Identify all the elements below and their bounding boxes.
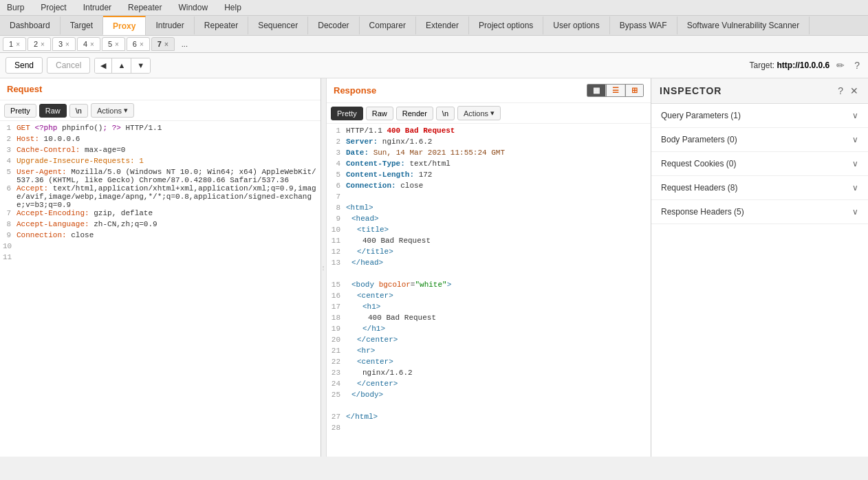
code-line: 24</center> [327,380,651,391]
tab-comparer[interactable]: Comparer [360,17,416,34]
req-cookies-header[interactable]: Request Cookies (0) ∨ [651,152,868,175]
close-tab-7[interactable]: × [164,41,169,48]
tab-user-options[interactable]: User options [543,17,609,34]
req-cookies-chevron-icon: ∨ [852,159,858,168]
req-headers-chevron-icon: ∨ [852,183,858,193]
inspector-close-icon[interactable]: ✕ [849,84,860,98]
request-content[interactable]: 1GET <?php phpinfo(); ?> HTTP/1.1 2Host:… [0,121,321,457]
menu-repeater[interactable]: Repeater [124,1,166,14]
tab-proxy[interactable]: Proxy [103,16,146,35]
target-url: http://10.0.0.6 [777,61,830,70]
body-params-header[interactable]: Body Parameters (0) ∨ [651,128,868,151]
inspector-section-req-headers: Request Headers (8) ∨ [651,176,868,200]
req-tab-5[interactable]: 5× [102,37,125,51]
request-raw-btn[interactable]: Raw [39,104,67,118]
code-line: 6Connection: close [327,182,651,193]
req-headers-header[interactable]: Request Headers (8) ∨ [651,176,868,199]
code-line: 8<html> [327,204,651,215]
code-line: 25</body> [327,391,651,402]
toggle-grid-icon[interactable]: ⊞ [625,85,643,96]
req-tab-2[interactable]: 2× [28,37,51,51]
toggle-list-icon[interactable]: ☰ [606,85,625,96]
send-button[interactable]: Send [6,57,43,74]
code-line: 28 [327,424,651,435]
resp-headers-header[interactable]: Response Headers (5) ∨ [651,200,868,223]
inspector-help-icon[interactable]: ? [836,84,845,98]
drag-dots-icon: ⋮ [321,265,327,271]
response-pretty-btn[interactable]: Pretty [331,107,363,120]
cancel-button[interactable]: Cancel [47,57,90,74]
response-raw-btn[interactable]: Raw [366,107,393,120]
req-tab-3[interactable]: 3× [52,37,76,51]
req-tab-6[interactable]: 6× [127,37,150,51]
tab-bypass-waf[interactable]: Bypass WAF [610,17,677,34]
menu-burp[interactable]: Burp [3,1,28,14]
prev-arrow[interactable]: ◀ [95,58,112,73]
view-toggle-group: ▦ ☰ ⊞ [587,84,644,97]
edit-target-button[interactable]: ✏ [834,58,847,72]
tab-extender[interactable]: Extender [416,17,469,34]
tab-svs[interactable]: Software Vulnerability Scanner [677,17,810,34]
code-line: 21<hr> [327,347,651,358]
menu-intruder[interactable]: Intruder [79,1,116,14]
req-tab-1[interactable]: 1× [3,37,26,51]
inspector-icons: ? ✕ [836,84,860,98]
tab-sequencer[interactable]: Sequencer [248,17,308,34]
code-line: 13</head> [327,259,651,270]
tab-project-options[interactable]: Project options [469,17,543,34]
close-tab-4[interactable]: × [90,41,94,48]
close-tab-2[interactable]: × [41,41,45,48]
code-line: 12</title> [327,248,651,259]
inspector-section-body-params: Body Parameters (0) ∨ [651,128,868,152]
request-pretty-btn[interactable]: Pretty [4,104,36,118]
response-ln-btn[interactable]: \n [436,107,455,120]
code-line [327,270,651,281]
code-line: 20</center> [327,336,651,347]
code-line: 1GET <?php phpinfo(); ?> HTTP/1.1 [0,124,321,135]
close-tab-3[interactable]: × [65,41,69,48]
response-render-btn[interactable]: Render [396,107,433,120]
code-line: 17<h1> [327,303,651,314]
req-tab-more[interactable]: ... [176,38,193,50]
code-line: 27</html> [327,413,651,424]
request-actions-btn[interactable]: Actions ▾ [91,103,134,118]
tab-intruder[interactable]: Intruder [146,17,194,34]
inspector-section-query-params: Query Parameters (1) ∨ [651,104,868,128]
menu-help[interactable]: Help [220,1,246,14]
menu-project[interactable]: Project [36,1,70,14]
toolbar: Send Cancel ◀ ▲ ▼ Target: http://10.0.0.… [0,53,868,78]
code-line: 4Content-Type: text/html [327,160,651,171]
tab-repeater[interactable]: Repeater [195,17,248,34]
resp-headers-chevron-icon: ∨ [852,207,858,217]
tab-dashboard[interactable]: Dashboard [0,17,61,34]
close-tab-5[interactable]: × [115,41,119,48]
menu-window[interactable]: Window [174,1,212,14]
resp-headers-label: Response Headers (5) [661,207,744,217]
up-arrow[interactable]: ▲ [112,58,131,73]
close-tab-1[interactable]: × [16,41,20,48]
toggle-hex-icon[interactable]: ▦ [587,85,606,96]
request-ln-btn[interactable]: \n [69,104,88,118]
req-tab-7[interactable]: 7× [151,37,175,51]
main-area: Request Pretty Raw \n Actions ▾ 1GET <?p… [0,78,868,457]
down-arrow[interactable]: ▼ [131,58,150,73]
response-panel-title: Response ▦ ☰ ⊞ [327,78,651,103]
code-line: 11 [0,253,321,264]
query-params-header[interactable]: Query Parameters (1) ∨ [651,104,868,127]
help-target-button[interactable]: ? [851,58,862,72]
code-line [327,402,651,413]
nav-tab-bar: Dashboard Target Proxy Intruder Repeater… [0,16,868,36]
target-info: Target: http://10.0.0.6 ✏ ? [749,58,862,72]
close-tab-6[interactable]: × [140,41,144,48]
response-content[interactable]: 1HTTP/1.1 400 Bad Request 2Server: nginx… [327,124,651,457]
req-headers-label: Request Headers (8) [661,183,737,193]
response-actions-btn[interactable]: Actions ▾ [457,106,501,120]
response-panel-toolbar: Pretty Raw Render \n Actions ▾ [327,103,651,124]
tab-decoder[interactable]: Decoder [308,17,359,34]
code-line: 7 [327,193,651,204]
code-line: 9Connection: close [0,231,321,242]
req-tab-4[interactable]: 4× [77,37,100,51]
drag-handle[interactable]: ⋮ [321,78,327,457]
code-line: 19</h1> [327,325,651,336]
tab-target[interactable]: Target [61,17,103,34]
